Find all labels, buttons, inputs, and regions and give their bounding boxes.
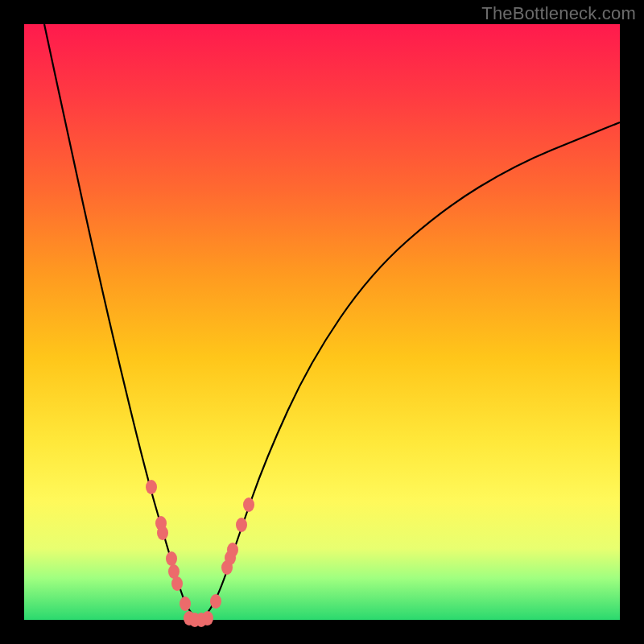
scatter-dot [210,594,221,609]
scatter-dot [236,518,247,532]
scatter-dot [180,597,191,611]
scatter-dots [146,480,254,627]
watermark-text: TheBottleneck.com [481,3,636,24]
chart-frame [24,24,620,620]
scatter-dot [166,551,177,566]
bottleneck-curve [24,24,620,620]
scatter-dot [202,611,213,625]
curve-left-branch [44,24,200,620]
scatter-dot [227,543,238,557]
scatter-dot [146,480,157,494]
scatter-dot [157,526,168,540]
scatter-dot [243,497,254,512]
curve-right-branch [200,122,620,620]
scatter-dot [171,576,183,591]
